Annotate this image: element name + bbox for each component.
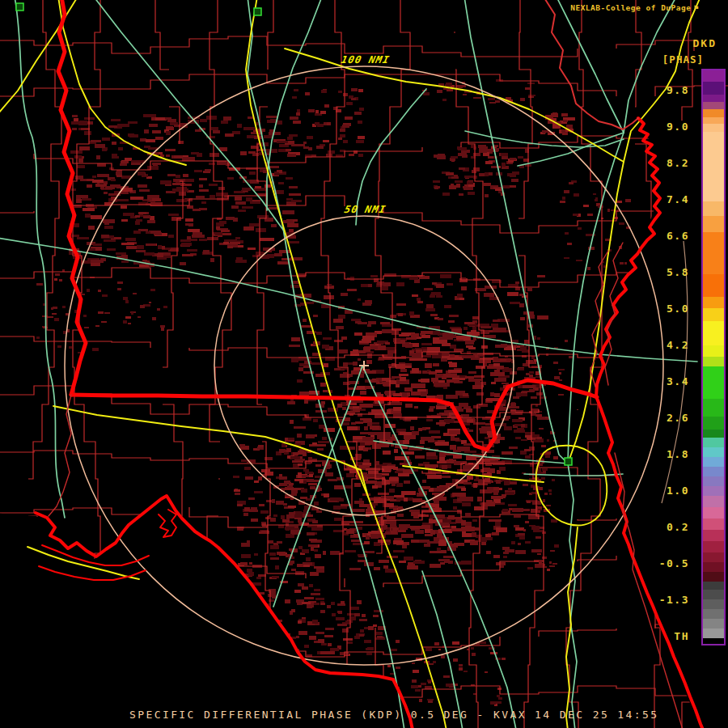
colorbar-segment: [703, 467, 724, 476]
colorbar-segment: [703, 582, 724, 590]
colorbar-segment: [703, 274, 724, 297]
colorbar-segment: [703, 438, 724, 447]
colorbar-segment: [703, 95, 724, 102]
colorbar-segment: [703, 417, 724, 430]
cod-flag-icon: ⚑: [693, 4, 699, 12]
colorbar-segment: [703, 117, 724, 124]
units-label: [PHAS]: [662, 53, 704, 66]
product-caption: SPECIFIC DIFFERENTIAL PHASE (KDP) 0.5 DE…: [129, 709, 659, 721]
colorbar-segment: [703, 518, 724, 530]
colorbar-segment: [703, 132, 724, 201]
offshore-line: [662, 241, 688, 503]
colorbar-segment: [703, 530, 724, 541]
colorbar-segment: [703, 430, 724, 438]
colorbar-segment: [703, 609, 724, 619]
radar-map-canvas: [0, 0, 728, 728]
route-shield-icon: [254, 8, 261, 15]
product-code: DKD: [693, 37, 717, 49]
radar-display: NEXLAB-College of DuPage ⚑ DKD [PHAS] 9.…: [0, 0, 728, 728]
colorbar-segment: [703, 541, 724, 552]
colorbar-segment: [703, 638, 724, 642]
header: NEXLAB-College of DuPage ⚑: [570, 3, 699, 12]
colorbar-segment: [703, 297, 724, 308]
colorbar-segment: [703, 102, 724, 109]
colorbar-segment: [703, 399, 724, 417]
colorbar-segment: [703, 124, 724, 132]
colorbar-segment: [703, 345, 724, 357]
colorbar-segment: [703, 496, 724, 507]
colorbar-segment: [703, 572, 724, 582]
colorbar-segment: [703, 109, 724, 117]
colorbar-segment: [703, 590, 724, 599]
colorbar-segment: [703, 82, 724, 95]
colorbar-segment: [703, 457, 724, 467]
ring-label-100nmi: 100 NMI: [340, 53, 391, 66]
ring-label-50nmi: 50 NMI: [343, 203, 387, 215]
header-title: NEXLAB-College of DuPage: [570, 3, 691, 12]
colorbar-segment: [703, 599, 724, 609]
colorbar-segment: [703, 486, 724, 496]
colorbar-segment: [703, 366, 724, 399]
colorbar-segment: [703, 70, 724, 82]
colorbar-segment: [703, 552, 724, 562]
colorbar-segment: [703, 321, 724, 345]
radar-echoes: [36, 79, 631, 706]
colorbar-segment: [703, 476, 724, 486]
colorbar-segment: [703, 232, 724, 274]
colorbar-segment: [703, 619, 724, 629]
colorbar-segment: [703, 357, 724, 366]
colorbar-segment: [703, 562, 724, 572]
route-shield-icon: [565, 458, 572, 465]
colorbar-segment: [703, 201, 724, 216]
colorbar-segment: [703, 216, 724, 232]
colorbar-segment: [703, 447, 724, 457]
colorbar-segment: [703, 308, 724, 321]
colorbar-segment: [703, 507, 724, 518]
colorbar: [701, 69, 726, 645]
route-shield-icon: [16, 3, 23, 11]
colorbar-segment: [703, 629, 724, 638]
